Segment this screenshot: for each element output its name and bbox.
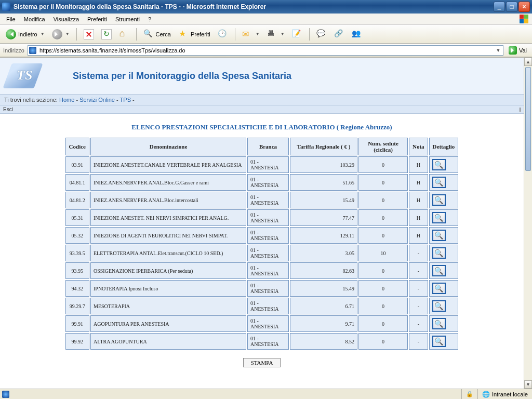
search-button[interactable]: Cerca: [141, 27, 174, 42]
link-icon: [334, 29, 344, 39]
chevron-down-icon: ▼: [65, 32, 70, 36]
windows-flag-icon: [520, 15, 530, 24]
go-button[interactable]: Vai: [507, 45, 529, 56]
address-dropdown-icon[interactable]: ▼: [495, 48, 502, 53]
refresh-button[interactable]: [99, 27, 114, 42]
messenger-button[interactable]: [349, 27, 365, 42]
stop-button[interactable]: [81, 27, 97, 42]
go-arrow-icon: [509, 46, 517, 55]
chevron-down-icon: ▼: [41, 32, 45, 36]
close-button[interactable]: ×: [518, 2, 530, 12]
menu-modifica[interactable]: Modifica: [20, 15, 49, 24]
edit-icon: [292, 29, 302, 39]
menu-visualizza[interactable]: Visualizza: [49, 15, 83, 24]
titlebar: Sistema per il Monitoraggio della Spesa …: [0, 0, 532, 14]
mail-icon: [242, 29, 252, 39]
toolbar-separator: [235, 28, 235, 41]
home-button[interactable]: [116, 27, 132, 42]
minimize-button[interactable]: _: [494, 2, 505, 12]
go-label: Vai: [519, 47, 527, 54]
chevron-down-icon: ▼: [281, 32, 285, 36]
people-icon: [352, 29, 362, 39]
maximize-button[interactable]: □: [506, 2, 517, 12]
star-icon: [178, 29, 189, 39]
favorites-label: Preferiti: [191, 31, 210, 37]
toolbar-separator: [309, 28, 310, 41]
search-icon: [143, 29, 154, 39]
back-label: Indietro: [18, 31, 37, 37]
research-button[interactable]: [331, 27, 347, 42]
back-button[interactable]: Indietro ▼: [3, 27, 47, 42]
chat-icon: [316, 29, 327, 39]
toolbar-separator: [76, 28, 77, 41]
history-button[interactable]: [215, 27, 231, 42]
window-title: Sistema per il Monitoraggio della Spesa …: [14, 3, 494, 10]
refresh-icon: [101, 29, 112, 39]
forward-arrow-icon: [52, 29, 62, 39]
menu-strumenti[interactable]: Strumenti: [111, 15, 144, 24]
back-arrow-icon: [6, 29, 16, 39]
address-input[interactable]: [38, 47, 495, 54]
forward-button[interactable]: ▼: [49, 27, 72, 42]
print-icon: [267, 29, 277, 39]
discuss-button[interactable]: [314, 27, 329, 42]
home-icon: [119, 29, 129, 39]
history-icon: [218, 29, 228, 39]
edit-button[interactable]: [289, 27, 305, 42]
toolbar-separator: [136, 28, 137, 41]
favorites-button[interactable]: Preferiti: [176, 27, 213, 42]
menubar: File Modifica Visualizza Preferiti Strum…: [0, 14, 532, 25]
address-label: Indirizzo: [3, 47, 24, 54]
chevron-down-icon: ▼: [256, 32, 260, 36]
toolbar: Indietro ▼ ▼ Cerca Preferiti ▼ ▼: [0, 25, 532, 44]
menu-preferiti[interactable]: Preferiti: [83, 15, 111, 24]
menu-help[interactable]: ?: [144, 15, 155, 24]
address-bar: Indirizzo ▼ Vai: [0, 44, 532, 57]
page-icon: [29, 47, 36, 54]
address-box[interactable]: ▼: [28, 45, 503, 56]
mail-button[interactable]: ▼: [240, 27, 262, 42]
ie-app-icon: [2, 3, 10, 11]
stop-icon: [84, 29, 94, 39]
print-button[interactable]: ▼: [264, 27, 287, 42]
menu-file[interactable]: File: [2, 15, 20, 24]
search-label: Cerca: [156, 31, 171, 37]
